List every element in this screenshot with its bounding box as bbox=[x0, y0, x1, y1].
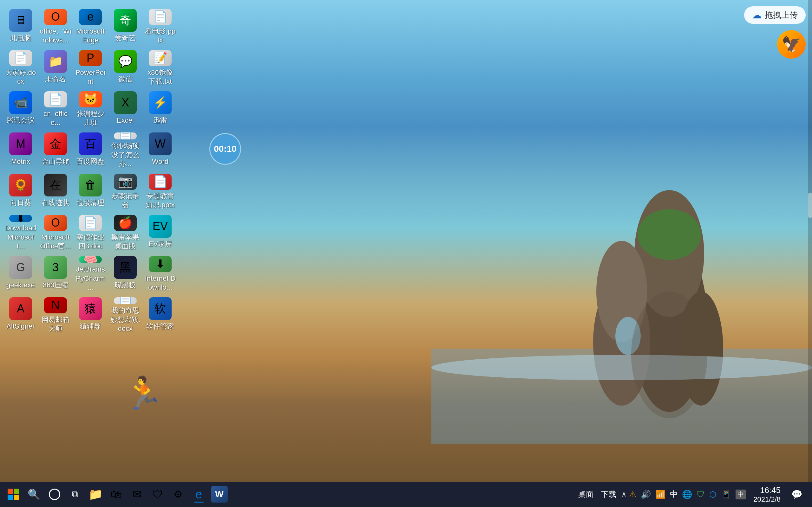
desktop-icon-office-windows[interactable]: Ooffice、Windows... bbox=[38, 6, 73, 48]
tray-browser-icon[interactable]: 🌐 bbox=[682, 490, 692, 499]
tray-expand-button[interactable]: ∧ bbox=[621, 490, 626, 498]
desktop-icon-pycharm[interactable]: 🧠JetBrains PyCharm ... bbox=[73, 253, 108, 295]
desktop-icon-excel[interactable]: XExcel bbox=[108, 89, 143, 130]
desktop-icon-ms-office-official[interactable]: OMicrosoft Office官... bbox=[38, 212, 73, 253]
start-button[interactable] bbox=[3, 484, 23, 504]
desktop-icon-altsigner[interactable]: AAltSigner bbox=[3, 295, 38, 336]
notification-button[interactable]: 💬 bbox=[788, 484, 806, 504]
desktop-icon-img-steps-recorder: 📷 bbox=[114, 174, 137, 190]
desktop-icon-word[interactable]: WWord bbox=[143, 130, 177, 171]
edge-taskbar-button[interactable]: e bbox=[189, 484, 209, 504]
tray-input-icon[interactable]: 中 bbox=[735, 490, 746, 499]
desktop-icon-yuanfudao[interactable]: 猿猿辅导 bbox=[73, 295, 108, 336]
desktop-icon-img-yuanfudao: 猿 bbox=[79, 297, 102, 320]
desktop-icon-label-online-dict: 在线迹状 bbox=[42, 199, 69, 208]
desktop-icon-cn-office[interactable]: 📄cn_office... bbox=[38, 89, 73, 130]
desktop-icon-ms-edge[interactable]: eMicrosoft Edge bbox=[73, 6, 108, 48]
timer-widget[interactable]: 00:10 bbox=[209, 133, 241, 165]
desktop-icon-img-pycharm: 🧠 bbox=[79, 256, 102, 263]
desktop-icon-my-doc[interactable]: 📄我的奇思妙想宏毅.docx bbox=[108, 295, 143, 336]
desktop-icon-label-ms-edge: Microsoft Edge bbox=[74, 27, 106, 45]
scrollbar-thumb[interactable] bbox=[808, 193, 812, 218]
desktop-icon-xunlei[interactable]: ⚡迅雷 bbox=[143, 89, 177, 130]
desktop-icon-movie-pptx[interactable]: 📄看电影.pptx bbox=[143, 6, 177, 48]
cloud-upload-label: 拖拽上传 bbox=[765, 9, 798, 20]
desktop-icon-xiaohei[interactable]: 黑晓黑板 bbox=[108, 253, 143, 295]
desktop-icon-ev-recorder[interactable]: EVEV录屏 bbox=[143, 212, 177, 253]
tray-vpn-icon[interactable]: 🛡 bbox=[697, 490, 705, 499]
desktop-icon-unnamed[interactable]: 📁未命名 bbox=[38, 48, 73, 89]
desktop-icon-notepad[interactable]: 📄你职场项没了怎么办... bbox=[108, 130, 143, 171]
word-taskbar-button[interactable]: W bbox=[209, 484, 230, 504]
desktop-icon-iqiyi[interactable]: 奇爱奇艺 bbox=[108, 6, 143, 48]
desktop-icon-label-trash: 垃圾清理 bbox=[77, 199, 104, 208]
hummingbird-icon: 🦅 bbox=[781, 35, 801, 54]
tray-bluetooth-icon[interactable]: ⬡ bbox=[709, 490, 716, 499]
desktop-icon-this-pc[interactable]: 🖥此电脑 bbox=[3, 6, 38, 48]
store-icon: 🛍 bbox=[111, 488, 122, 501]
desktop-icon-img-x86: 📝 bbox=[149, 50, 171, 66]
desktop-icon-img-download-ms: ⬇ bbox=[9, 215, 32, 222]
desktop-icon-tencent-meeting[interactable]: 📹腾讯会议 bbox=[3, 89, 38, 130]
desktop-icon-img-powerpoint: P bbox=[79, 50, 102, 66]
tray-icons: ⚠ 🔊 📶 中 🌐 🛡 ⬡ 📱 中 bbox=[629, 489, 746, 499]
desktop-icon-steps-recorder[interactable]: 📷步骤记录器 bbox=[108, 171, 143, 212]
explorer-button[interactable]: 📁 bbox=[85, 484, 106, 504]
desktop-icon-rinji[interactable]: 🌻向日葵 bbox=[3, 171, 38, 212]
store-button[interactable]: 🛍 bbox=[106, 484, 126, 504]
defender-button[interactable]: 🛡 bbox=[147, 484, 168, 504]
tray-volume-icon[interactable]: 🔊 bbox=[641, 490, 651, 499]
mail-icon: ✉ bbox=[133, 488, 142, 501]
cortana-button[interactable] bbox=[44, 484, 65, 504]
taskbar-clock[interactable]: 16:45 2021/2/8 bbox=[748, 486, 786, 504]
desktop-icon-online-dict[interactable]: 在在线迹状 bbox=[38, 171, 73, 212]
desktop-icon-label-pycharm: JetBrains PyCharm ... bbox=[74, 265, 106, 292]
desktop-icon-hello-docx[interactable]: 📄大家好.docx bbox=[3, 48, 38, 89]
desktop-icon-geek[interactable]: Ggeek.exe bbox=[3, 253, 38, 295]
desktop-label[interactable]: 桌面 bbox=[576, 488, 596, 501]
taskbar-time: 16:45 bbox=[753, 486, 780, 495]
windows-logo bbox=[8, 489, 19, 500]
desktop-icon-powerpoint[interactable]: PPowerPoint bbox=[73, 48, 108, 89]
cloud-upload-button[interactable]: ☁ 拖拽上传 bbox=[744, 6, 806, 24]
desktop-icon-label-office-windows: office、Windows... bbox=[40, 27, 71, 45]
download-label[interactable]: 下载 bbox=[599, 488, 619, 501]
desktop-icon-img-ms-edge: e bbox=[79, 9, 102, 25]
desktop-icon-360zip[interactable]: 3360压缩 bbox=[38, 253, 73, 295]
svg-point-3 bbox=[638, 209, 701, 260]
desktop-icon-label-cn-office: cn_office... bbox=[40, 109, 71, 127]
desktop-icon-zhuanye[interactable]: 📄专题教育知识.pptx bbox=[143, 171, 177, 212]
desktop-icon-homework[interactable]: 📄寒假作业四3.doc bbox=[73, 212, 108, 253]
search-icon: 🔍 bbox=[28, 488, 40, 500]
desktop-icon-label-heijin: 黑雷苹果桌面版 bbox=[109, 233, 141, 251]
desktop-icon-img-this-pc: 🖥 bbox=[9, 9, 32, 32]
desktop-icon-download-ms[interactable]: ⬇Download Microsoft... bbox=[3, 212, 38, 253]
desktop-icon-label-zhuanye: 专题教育知识.pptx bbox=[144, 192, 176, 210]
desktop-icon-soft-manager[interactable]: 软软件管家 bbox=[143, 295, 177, 336]
desktop-icon-label-powerpoint: PowerPoint bbox=[74, 68, 106, 86]
tray-phone-icon[interactable]: 📱 bbox=[721, 490, 731, 499]
desktop-icon-jinshan-nav[interactable]: 金金山导航 bbox=[38, 130, 73, 171]
settings-button[interactable]: ⚙ bbox=[168, 484, 189, 504]
mail-button[interactable]: ✉ bbox=[126, 484, 147, 504]
desktop-icon-scratch[interactable]: 🐱张编程少儿班 bbox=[73, 89, 108, 130]
desktop-icon-netease-mail[interactable]: N网易邮箱大师 bbox=[38, 295, 73, 336]
desktop-icon-wechat[interactable]: 💬微信 bbox=[108, 48, 143, 89]
hummingbird-widget[interactable]: 🦅 bbox=[777, 30, 806, 59]
tray-ime-icon[interactable]: 中 bbox=[670, 489, 677, 499]
desktop-icon-trash[interactable]: 🗑垃圾清理 bbox=[73, 171, 108, 212]
desktop-icon-idm[interactable]: ⬇Internet Downlo... bbox=[143, 253, 177, 295]
tray-wifi-icon[interactable]: 📶 bbox=[655, 490, 665, 499]
desktop-icon-motrix[interactable]: MMotrix bbox=[3, 130, 38, 171]
svg-point-9 bbox=[631, 291, 707, 418]
desktop-icon-heijin[interactable]: 🍎黑雷苹果桌面版 bbox=[108, 212, 143, 253]
search-button[interactable]: 🔍 bbox=[23, 484, 44, 504]
desktop-icon-x86[interactable]: 📝x86镜像下载.txt bbox=[143, 48, 177, 89]
desktop-icon-label-geek: geek.exe bbox=[6, 281, 35, 290]
explorer-icon: 📁 bbox=[89, 488, 103, 501]
desktop-icon-baidu-pan[interactable]: 百百度网盘 bbox=[73, 130, 108, 171]
desktop-scrollbar[interactable] bbox=[808, 0, 812, 482]
tray-warning-icon[interactable]: ⚠ bbox=[629, 490, 636, 499]
taskview-button[interactable]: ⧉ bbox=[65, 484, 85, 504]
cortana-icon bbox=[49, 489, 60, 500]
